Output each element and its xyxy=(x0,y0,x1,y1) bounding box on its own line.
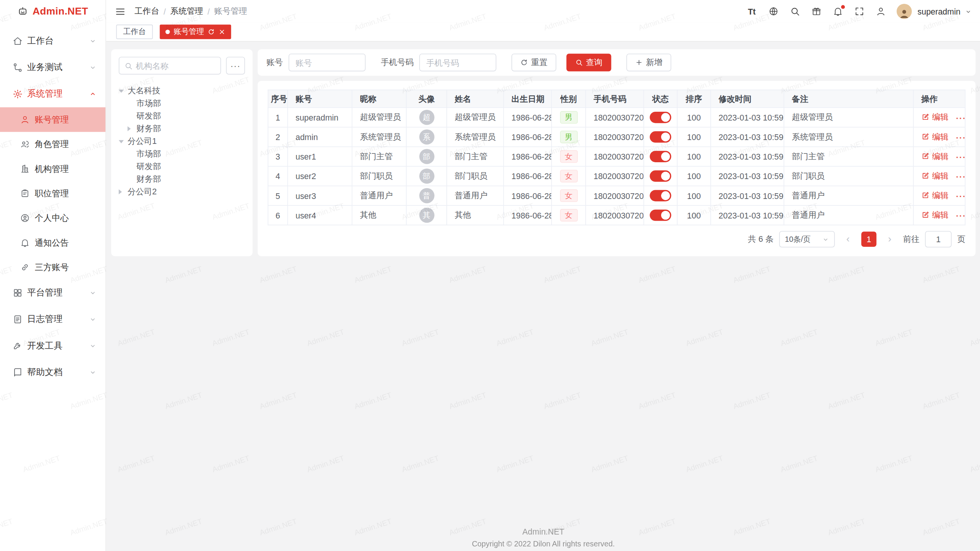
gender-tag: 女 xyxy=(560,170,577,183)
accounts-table-panel: 序号 账号 昵称 头像 姓名 出生日期 性别 手机号码 状态 排序 修改时间 xyxy=(258,81,975,256)
tree-node[interactable]: 大名科技 xyxy=(119,85,245,97)
row-more-button[interactable]: ··· xyxy=(956,192,965,202)
goto-page-input[interactable] xyxy=(925,231,951,248)
breadcrumb-item-current: 账号管理 xyxy=(214,6,247,17)
sidebar-item-label: 开发工具 xyxy=(27,340,85,352)
tree-node[interactable]: 财务部 xyxy=(119,122,245,135)
avatar[interactable] xyxy=(897,4,912,19)
tree-node[interactable]: 分公司1 xyxy=(119,135,245,148)
search-icon[interactable] xyxy=(789,6,800,17)
edit-button[interactable]: 编辑 xyxy=(921,190,949,201)
org-search-input[interactable] xyxy=(136,61,216,70)
sidebar-item-business-test[interactable]: 业务测试 xyxy=(0,54,105,81)
row-more-button[interactable]: ··· xyxy=(956,133,965,143)
next-page-button[interactable]: › xyxy=(882,231,897,247)
breadcrumb-item[interactable]: 系统管理 xyxy=(170,6,203,17)
page-size-select[interactable]: 10条/页 xyxy=(779,231,835,248)
edit-button[interactable]: 编辑 xyxy=(921,151,949,162)
status-toggle[interactable] xyxy=(650,131,671,143)
sidebar-item-system-management[interactable]: 系统管理 xyxy=(0,81,105,107)
table-row: 4 user2 部门职员 部 部门职员 1986-06-28 女 1802003… xyxy=(268,166,965,186)
column-header: 出生日期 xyxy=(503,90,551,108)
column-header: 备注 xyxy=(784,90,913,108)
sidebar-item-platform-management[interactable]: 平台管理 xyxy=(0,280,105,306)
sidebar-item-notice[interactable]: 通知公告 xyxy=(0,230,105,255)
tab-workbench[interactable]: 工作台 xyxy=(116,24,153,39)
refresh-icon[interactable] xyxy=(208,28,215,35)
status-toggle[interactable] xyxy=(650,151,671,162)
row-more-button[interactable]: ··· xyxy=(956,173,965,182)
search-icon xyxy=(575,59,583,66)
tree-node[interactable]: 分公司2 xyxy=(119,186,245,198)
sidebar-item-personal-center[interactable]: 个人中心 xyxy=(0,206,105,230)
globe-icon[interactable] xyxy=(768,6,779,17)
sidebar-item-position-management[interactable]: 职位管理 xyxy=(0,181,105,205)
sidebar-item-workbench[interactable]: 工作台 xyxy=(0,28,105,54)
caret-down-icon[interactable] xyxy=(119,140,127,143)
edit-button[interactable]: 编辑 xyxy=(921,209,949,221)
fullscreen-icon[interactable] xyxy=(854,6,864,17)
cell-remark: 普通用户 xyxy=(784,205,913,225)
caret-right-icon[interactable] xyxy=(119,189,127,194)
caret-down-icon[interactable] xyxy=(119,89,127,92)
edit-button[interactable]: 编辑 xyxy=(921,170,949,182)
status-toggle[interactable] xyxy=(650,210,671,221)
cell-name: 超级管理员 xyxy=(447,108,503,127)
phone-input[interactable] xyxy=(419,54,496,71)
status-toggle[interactable] xyxy=(650,170,671,182)
font-size-icon[interactable]: Tt xyxy=(746,6,757,17)
search-button[interactable]: 查询 xyxy=(567,54,611,71)
close-icon[interactable] xyxy=(219,28,225,35)
hamburger-menu-icon[interactable] xyxy=(115,6,126,17)
tree-node[interactable]: 研发部 xyxy=(119,160,245,173)
sidebar-item-account-management[interactable]: 账号管理 xyxy=(0,107,105,132)
sidebar-item-label: 工作台 xyxy=(27,35,85,47)
tree-node[interactable]: 市场部 xyxy=(119,148,245,160)
sidebar-item-third-party-account[interactable]: 三方账号 xyxy=(0,255,105,279)
edit-icon xyxy=(921,152,929,160)
row-avatar: 系 xyxy=(419,129,434,145)
sidebar-item-role-management[interactable]: 角色管理 xyxy=(0,132,105,156)
tree-node[interactable]: 市场部 xyxy=(119,97,245,110)
notification-bell-icon[interactable] xyxy=(832,6,843,17)
gift-icon[interactable] xyxy=(811,6,822,17)
tab-account-management[interactable]: 账号管理 xyxy=(160,24,231,39)
active-tab-dot xyxy=(165,30,170,34)
tree-node[interactable]: 研发部 xyxy=(119,110,245,122)
row-more-button[interactable]: ··· xyxy=(956,212,965,221)
cell-nickname: 部门职员 xyxy=(352,166,407,186)
username[interactable]: superadmin xyxy=(918,7,960,16)
tree-more-button[interactable]: ··· xyxy=(226,57,245,74)
edit-button[interactable]: 编辑 xyxy=(921,112,949,123)
page-footer: Admin.NET Copyright © 2022 Dilon All rig… xyxy=(106,527,980,548)
sidebar-item-log-management[interactable]: 日志管理 xyxy=(0,306,105,333)
reset-button[interactable]: 重置 xyxy=(511,54,556,71)
row-more-button[interactable]: ··· xyxy=(956,153,965,163)
current-page-button[interactable]: 1 xyxy=(861,231,877,247)
status-toggle[interactable] xyxy=(650,190,671,201)
prev-page-button[interactable]: ‹ xyxy=(840,231,856,247)
sidebar-item-help-docs[interactable]: 帮助文档 xyxy=(0,359,105,386)
row-more-button[interactable]: ··· xyxy=(956,114,965,123)
account-input[interactable] xyxy=(289,54,366,71)
gear-icon xyxy=(13,89,23,99)
org-search-box[interactable] xyxy=(119,57,221,74)
cell-index: 4 xyxy=(268,166,287,186)
tab-label: 工作台 xyxy=(123,26,146,37)
flow-icon xyxy=(13,62,23,72)
chevron-down-icon[interactable] xyxy=(965,8,972,15)
add-button[interactable]: 新增 xyxy=(626,54,671,71)
breadcrumb-item[interactable]: 工作台 xyxy=(134,6,159,17)
tree-node[interactable]: 财务部 xyxy=(119,173,245,186)
chevron-down-icon xyxy=(89,368,97,376)
sidebar-item-org-management[interactable]: 机构管理 xyxy=(0,156,105,181)
sidebar-menu: 工作台 业务测试 系统管理 账号管理 角色管理 xyxy=(0,23,105,385)
user-icon[interactable] xyxy=(875,6,886,17)
cell-account: admin xyxy=(287,127,352,147)
sidebar-item-dev-tools[interactable]: 开发工具 xyxy=(0,333,105,359)
edit-icon xyxy=(921,191,929,199)
edit-button[interactable]: 编辑 xyxy=(921,131,949,143)
status-toggle[interactable] xyxy=(650,112,671,123)
notification-badge xyxy=(841,5,845,8)
caret-right-icon[interactable] xyxy=(127,126,136,131)
